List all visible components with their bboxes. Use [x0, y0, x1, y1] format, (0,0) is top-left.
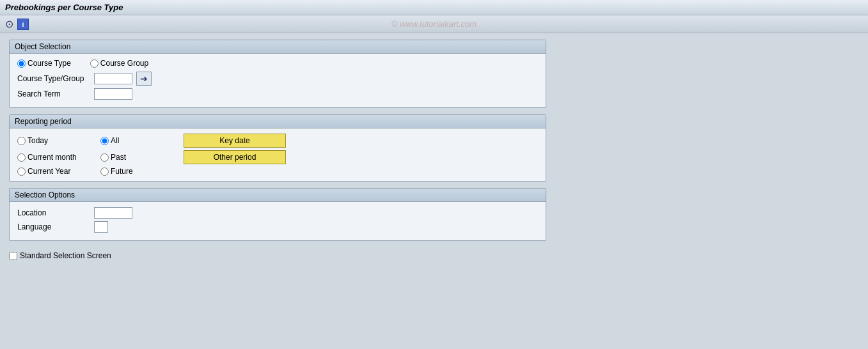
object-selection-section: Object Selection Course Type Course Grou…	[9, 40, 546, 108]
reporting-period-section: Reporting period Today All Key date	[9, 114, 546, 182]
key-date-cell: Key date	[184, 134, 312, 148]
current-month-radio-label[interactable]: Current month	[17, 153, 100, 162]
standard-selection-checkbox[interactable]	[9, 252, 17, 260]
location-input[interactable]	[94, 207, 132, 219]
course-group-radio[interactable]	[90, 59, 99, 68]
course-group-radio-label[interactable]: Course Group	[90, 59, 148, 68]
past-radio-label[interactable]: Past	[100, 153, 184, 162]
selection-options-section: Selection Options Location Language	[9, 188, 546, 241]
past-radio[interactable]	[100, 153, 109, 162]
all-radio[interactable]	[100, 137, 109, 145]
course-type-group-input[interactable]	[94, 73, 132, 84]
current-month-label: Current month	[28, 153, 77, 162]
object-selection-body: Course Type Course Group Course Type/Gro…	[10, 54, 546, 107]
language-row: Language	[17, 221, 538, 233]
object-selection-title: Object Selection	[10, 40, 546, 54]
location-row: Location	[17, 207, 538, 219]
reporting-period-grid: Today All Key date Current month Past	[17, 134, 538, 176]
all-radio-label[interactable]: All	[100, 136, 184, 145]
watermark: © www.tutorialkart.com	[391, 19, 477, 29]
current-year-radio-label[interactable]: Current Year	[17, 167, 100, 176]
current-year-radio[interactable]	[17, 167, 26, 176]
future-radio-label[interactable]: Future	[100, 167, 184, 176]
arrow-button[interactable]: ➔	[136, 72, 152, 86]
standard-selection-row: Standard Selection Screen	[9, 251, 859, 260]
location-label: Location	[17, 208, 94, 217]
search-term-row: Search Term	[17, 88, 538, 100]
selection-options-title: Selection Options	[10, 189, 546, 202]
key-date-button[interactable]: Key date	[184, 134, 286, 148]
selection-options-body: Location Language	[10, 202, 546, 240]
course-type-radio[interactable]	[17, 59, 26, 68]
info-icon[interactable]: i	[17, 19, 29, 30]
search-term-input[interactable]	[94, 88, 132, 100]
object-type-radio-row: Course Type Course Group	[17, 59, 538, 68]
language-input[interactable]	[94, 221, 108, 233]
course-group-label: Course Group	[100, 59, 148, 68]
other-period-button[interactable]: Other period	[184, 150, 286, 164]
title-bar: Prebookings per Course Type	[0, 0, 868, 15]
page-title: Prebookings per Course Type	[5, 3, 863, 12]
future-radio[interactable]	[100, 167, 109, 176]
course-type-group-label: Course Type/Group	[17, 74, 94, 83]
past-label: Past	[111, 153, 126, 162]
reporting-period-title: Reporting period	[10, 115, 546, 128]
nav-icon[interactable]: ⊙	[5, 18, 13, 30]
today-radio[interactable]	[17, 137, 26, 145]
search-term-label: Search Term	[17, 89, 94, 98]
today-radio-label[interactable]: Today	[17, 136, 100, 145]
other-period-cell: Other period	[184, 150, 312, 164]
reporting-period-body: Today All Key date Current month Past	[10, 128, 546, 181]
standard-selection-label: Standard Selection Screen	[20, 251, 111, 260]
main-content: Object Selection Course Type Course Grou…	[0, 33, 868, 267]
language-label: Language	[17, 222, 94, 231]
toolbar: ⊙ i © www.tutorialkart.com	[0, 15, 868, 33]
course-type-radio-label[interactable]: Course Type	[17, 59, 71, 68]
all-label: All	[111, 136, 119, 145]
current-year-label: Current Year	[28, 167, 70, 176]
course-type-label: Course Type	[28, 59, 71, 68]
today-label: Today	[28, 136, 48, 145]
current-month-radio[interactable]	[17, 153, 26, 162]
course-type-group-row: Course Type/Group ➔	[17, 72, 538, 86]
future-label: Future	[111, 167, 133, 176]
